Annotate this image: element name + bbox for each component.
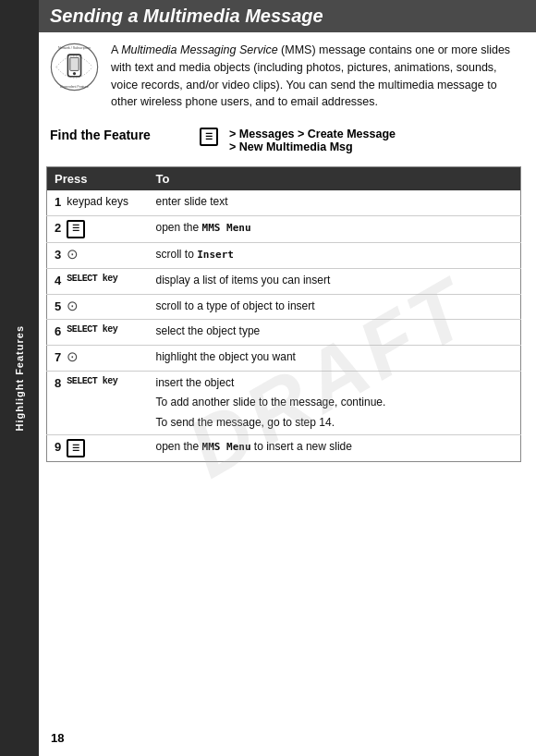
table-row: 7⊙highlight the object you want — [47, 346, 521, 372]
to-line: insert the object — [156, 375, 514, 391]
step-number: 6 — [55, 323, 61, 341]
svg-text:Network / Subscription: Network / Subscription — [57, 46, 90, 50]
svg-rect-2 — [69, 57, 78, 70]
table-row: 3⊙scroll to Insert — [47, 242, 521, 268]
nav-key-icon: ⊙ — [67, 247, 79, 261]
table-row: 1keypad keysenter slide text — [47, 190, 521, 215]
feature-path: > Messages > Create Message > New Multim… — [229, 128, 396, 153]
step-number: 9 — [55, 439, 61, 457]
menu-icon-cell: ☰ — [196, 128, 222, 146]
step-number: 3 — [55, 247, 61, 264]
intro-italic: Multimedia Messaging Service — [121, 43, 278, 56]
step-number: 5 — [55, 299, 61, 316]
step-number: 4 — [55, 273, 61, 290]
main-content: Sending a Multimedia Message — [39, 0, 536, 756]
bold-term: MMS Menu — [202, 441, 251, 453]
press-text: keypad keys — [67, 194, 128, 210]
step-number: 2 — [55, 220, 61, 238]
press-cell: 6SELECT key — [47, 320, 149, 346]
press-cell: 8SELECT key — [47, 372, 149, 435]
content-area: Network / Subscription Dependent Feature… — [39, 32, 536, 471]
table-row: 5⊙scroll to a type of object to insert — [47, 294, 521, 320]
press-cell: 4SELECT key — [47, 268, 149, 294]
sidebar: Highlight Features — [0, 0, 39, 756]
intro-text: A Multimedia Messaging Service (MMS) mes… — [111, 42, 521, 111]
sidebar-label: Highlight Features — [14, 325, 25, 432]
table-row: 9☰open the MMS Menu to insert a new slid… — [47, 435, 521, 462]
to-cell: select the object type — [149, 320, 521, 346]
table-row: 2☰open the MMS Menu — [47, 215, 521, 242]
to-cell: open the MMS Menu — [149, 215, 521, 242]
feature-path-line1: > Messages > Create Message — [229, 128, 396, 140]
svg-text:Dependent Feature: Dependent Feature — [60, 85, 88, 89]
to-cell: highlight the object you want — [149, 346, 521, 372]
to-line: To send the message, go to step 14. — [156, 415, 514, 431]
header-to: To — [149, 167, 521, 191]
feature-path-line2: > New Multimedia Msg — [229, 140, 396, 153]
bold-term: Insert — [197, 249, 234, 261]
press-cell: 7⊙ — [47, 346, 149, 372]
table-row: 8SELECT keyinsert the objectTo add anoth… — [47, 372, 521, 435]
press-cell: 3⊙ — [47, 242, 149, 268]
step-number: 8 — [55, 375, 61, 393]
nav-key-icon: ⊙ — [67, 299, 79, 312]
svg-point-3 — [72, 72, 75, 75]
to-cell: open the MMS Menu to insert a new slide — [149, 435, 521, 462]
to-line: To add another slide to the message, con… — [156, 395, 514, 410]
page-number: 18 — [51, 731, 64, 745]
to-cell: scroll to Insert — [149, 242, 521, 268]
select-key-label: SELECT key — [67, 273, 117, 287]
step-number: 7 — [55, 349, 61, 367]
steps-table: Press To 1keypad keysenter slide text2☰o… — [46, 166, 521, 462]
to-cell: enter slide text — [149, 190, 521, 215]
page-title: Sending a Multimedia Message — [39, 0, 536, 32]
to-cell: display a list of items you can insert — [149, 268, 521, 294]
network-badge-icon: Network / Subscription Dependent Feature — [49, 42, 100, 92]
select-key-label: SELECT key — [67, 375, 117, 389]
header-press: Press — [47, 167, 149, 191]
feature-icon: Network / Subscription Dependent Feature — [46, 42, 102, 111]
nav-key-icon: ⊙ — [67, 349, 79, 363]
find-feature-label: Find the Feature — [50, 128, 189, 142]
menu-key-icon: ☰ — [67, 220, 85, 238]
table-row: 4SELECT keydisplay a list of items you c… — [47, 268, 521, 294]
step-number: 1 — [55, 194, 61, 212]
press-cell: 1keypad keys — [47, 190, 149, 215]
table-header-row: Press To — [47, 167, 521, 191]
bold-term: MMS Menu — [202, 222, 251, 234]
select-key-label: SELECT key — [67, 323, 117, 337]
to-cell: scroll to a type of object to insert — [149, 294, 521, 320]
press-cell: 9☰ — [47, 435, 149, 462]
intro-section: Network / Subscription Dependent Feature… — [46, 42, 521, 111]
menu-button-icon: ☰ — [200, 128, 218, 146]
feature-row: Find the Feature ☰ > Messages > Create M… — [46, 120, 521, 161]
table-row: 6SELECT keyselect the object type — [47, 320, 521, 346]
menu-key-icon: ☰ — [67, 439, 85, 457]
press-cell: 5⊙ — [47, 294, 149, 320]
to-cell: insert the objectTo add another slide to… — [149, 372, 521, 435]
press-cell: 2☰ — [47, 215, 149, 242]
